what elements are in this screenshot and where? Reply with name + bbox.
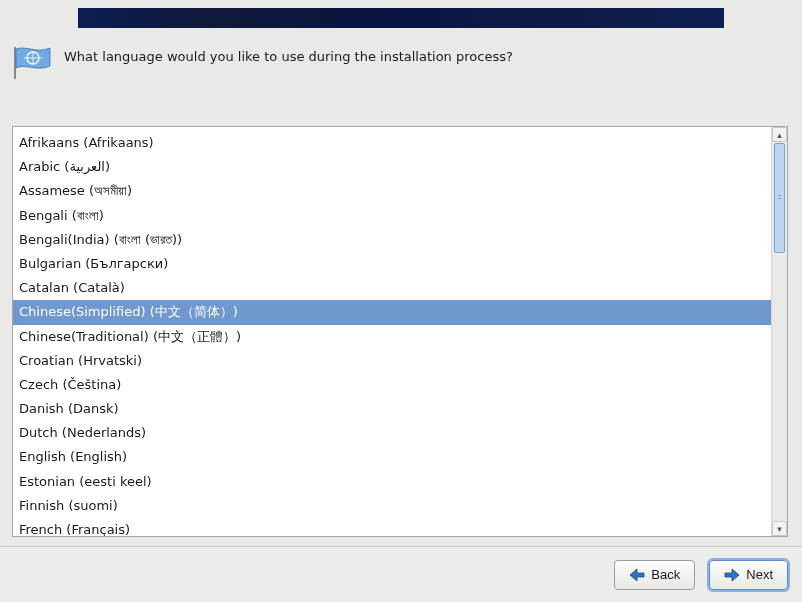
language-option[interactable]: French (Français)	[13, 518, 771, 536]
prompt-row: What language would you like to use duri…	[0, 28, 802, 80]
scroll-down-button[interactable]: ▾	[772, 521, 787, 536]
header-banner	[78, 8, 724, 28]
language-list-inner: Afrikaans (Afrikaans)Arabic (العربية)Ass…	[13, 127, 771, 536]
language-option[interactable]: Bengali(India) (বাংলা (ভারত))	[13, 228, 771, 252]
back-button[interactable]: Back	[614, 560, 695, 590]
language-option[interactable]: Afrikaans (Afrikaans)	[13, 131, 771, 155]
language-list[interactable]: Afrikaans (Afrikaans)Arabic (العربية)Ass…	[12, 126, 788, 537]
language-option[interactable]: Bulgarian (Български)	[13, 252, 771, 276]
prompt-text: What language would you like to use duri…	[64, 46, 513, 66]
language-option[interactable]: Czech (Čeština)	[13, 373, 771, 397]
arrow-left-icon	[629, 568, 645, 582]
language-option[interactable]: Assamese (অসমীয়া)	[13, 179, 771, 203]
footer-bar: Back Next	[0, 546, 802, 602]
arrow-right-icon	[724, 568, 740, 582]
language-option[interactable]: Arabic (العربية)	[13, 155, 771, 179]
scroll-up-button[interactable]: ▴	[772, 127, 787, 142]
scroll-thumb[interactable]	[774, 143, 785, 253]
language-option[interactable]: Finnish (suomi)	[13, 494, 771, 518]
language-option[interactable]: Estonian (eesti keel)	[13, 470, 771, 494]
next-button[interactable]: Next	[709, 560, 788, 590]
language-option[interactable]: Danish (Dansk)	[13, 397, 771, 421]
language-option[interactable]: Croatian (Hrvatski)	[13, 349, 771, 373]
language-option[interactable]: Chinese(Traditional) (中文（正體）)	[13, 325, 771, 349]
next-button-label: Next	[746, 567, 773, 582]
language-option[interactable]: Catalan (Català)	[13, 276, 771, 300]
language-option[interactable]: Dutch (Nederlands)	[13, 421, 771, 445]
language-option[interactable]: Bengali (বাংলা)	[13, 204, 771, 228]
scrollbar[interactable]: ▴ ▾	[771, 127, 787, 536]
language-option[interactable]: English (English)	[13, 445, 771, 469]
language-option[interactable]: Chinese(Simplified) (中文（简体）)	[13, 300, 771, 324]
back-button-label: Back	[651, 567, 680, 582]
language-flag-icon	[12, 46, 52, 80]
